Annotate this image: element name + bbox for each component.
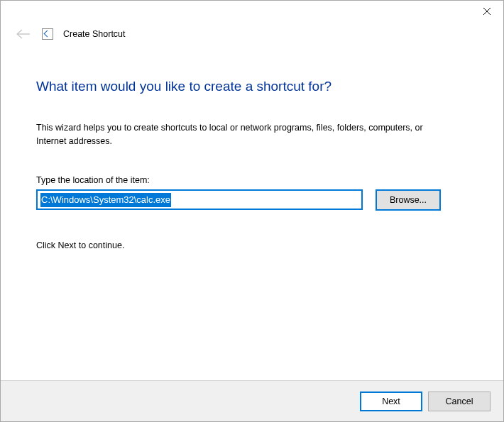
continue-hint: Click Next to continue.	[36, 240, 468, 250]
content-area: What item would you like to create a sho…	[1, 45, 503, 380]
footer: Next Cancel	[1, 380, 503, 421]
back-button	[15, 26, 32, 43]
close-icon	[483, 8, 491, 15]
location-input[interactable]: C:\Windows\System32\calc.exe	[36, 189, 363, 210]
wizard-window: Create Shortcut What item would you like…	[0, 0, 504, 422]
back-arrow-icon	[16, 29, 31, 39]
header-row: Create Shortcut	[1, 23, 503, 45]
browse-button[interactable]: Browse...	[376, 189, 441, 211]
next-button[interactable]: Next	[360, 392, 422, 411]
page-heading: What item would you like to create a sho…	[36, 79, 468, 94]
titlebar	[1, 1, 503, 23]
location-value: C:\Windows\System32\calc.exe	[40, 193, 171, 207]
page-description: This wizard helps you to create shortcut…	[36, 121, 434, 148]
wizard-title: Create Shortcut	[63, 29, 126, 39]
location-label: Type the location of the item:	[36, 175, 468, 185]
close-button[interactable]	[471, 1, 503, 22]
cancel-button[interactable]: Cancel	[428, 392, 491, 411]
shortcut-icon	[42, 28, 53, 40]
location-row: C:\Windows\System32\calc.exe Browse...	[36, 189, 468, 211]
